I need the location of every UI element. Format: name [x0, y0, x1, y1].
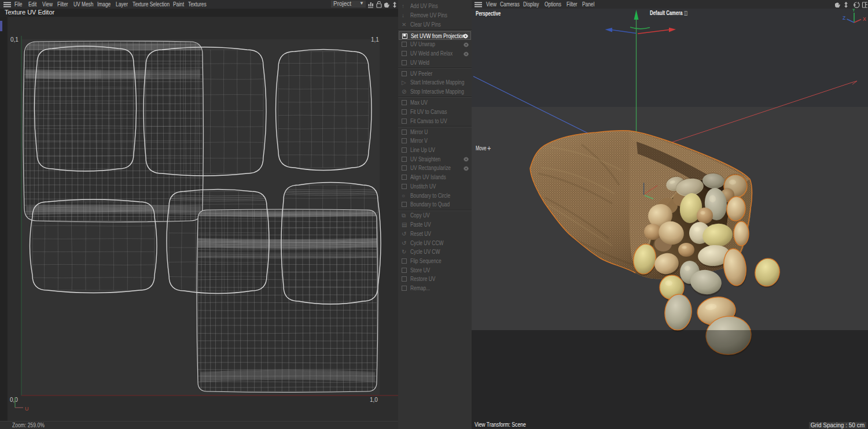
svg-text:Y: Y	[852, 9, 856, 13]
svg-text:1,1: 1,1	[371, 36, 379, 43]
svg-text:1,0: 1,0	[370, 397, 378, 403]
svg-text:U: U	[25, 406, 29, 412]
svg-text:0,1: 0,1	[10, 36, 19, 43]
svg-text:X: X	[863, 16, 866, 22]
svg-text:0,0: 0,0	[10, 397, 18, 403]
svg-text:Z: Z	[843, 15, 845, 21]
